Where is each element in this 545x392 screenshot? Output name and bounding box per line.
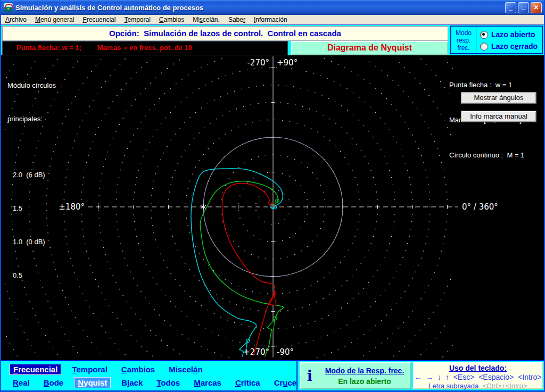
- label-bottom-right: -90°: [277, 347, 294, 357]
- resp-mode-status: En lazo abierto: [319, 377, 410, 386]
- resp-mode-link[interactable]: Modo de la Resp. frec.: [319, 366, 410, 375]
- menu-archivo[interactable]: Archivo: [1, 15, 31, 24]
- diagram-title: Diagrama de Nyquist: [291, 41, 448, 55]
- tab-nyquist[interactable]: Nyquist: [74, 377, 111, 388]
- label-top-right: +90°: [277, 58, 298, 68]
- tab-frecuencial[interactable]: Frecuencial: [10, 364, 61, 375]
- menu-menu-general[interactable]: Menú general: [31, 15, 78, 24]
- tab-todos[interactable]: Todos: [153, 378, 183, 388]
- mode-panel-label: Modo resp. frec.: [451, 27, 476, 53]
- legend-bar: Punta flecha: w = 1;Marcas ∘ en frecs. p…: [2, 41, 288, 55]
- resp-mode-panel: i Modo de la Resp. frec. En lazo abierto: [300, 362, 411, 389]
- arrow-legend: Punta flecha: w = 1;: [16, 44, 81, 52]
- nyquist-plot-area: Módulo círculos principales: 2.0 (6 dB) …: [1, 55, 544, 360]
- minimize-button[interactable]: _: [505, 2, 516, 13]
- radio-lazo-abierto[interactable]: Lazo abierto: [480, 29, 542, 40]
- header: Opción: Simulación de lazos de control. …: [1, 25, 544, 55]
- tab-cruce[interactable]: Cruce: [271, 378, 300, 388]
- keyboard-help-panel: Uso del teclado: ← → ↓ ↑ <Esc> <Espacio>…: [413, 362, 543, 389]
- menu-cambios[interactable]: Cambios: [155, 15, 188, 24]
- title-bar: Simulación y análisis de Control automát…: [1, 0, 544, 15]
- maximize-button[interactable]: □: [518, 2, 529, 13]
- keyboard-sub: Letra subrayada <Ctrl>+<Intro>: [414, 382, 542, 390]
- menu-temporal[interactable]: Temporal: [120, 15, 154, 24]
- label-top-left: -270°: [247, 58, 269, 68]
- bottom-bar: Frecuencial Temporal Cambios Miscelán Re…: [1, 360, 544, 390]
- menu-informacion[interactable]: Información: [250, 15, 292, 24]
- label-right: 0° / 360°: [462, 202, 498, 212]
- label-left: ±180°: [59, 202, 85, 212]
- mode-resp-frec-panel: Modo resp. frec. Lazo abierto Lazo cerra…: [450, 26, 543, 54]
- arrow-w1-green: [267, 319, 278, 331]
- app-window: Simulación y análisis de Control automát…: [0, 0, 545, 392]
- tab-strip: Frecuencial Temporal Cambios Miscelán Re…: [1, 361, 295, 390]
- radio-icon[interactable]: [480, 31, 488, 39]
- tab-marcas[interactable]: Marcas: [191, 378, 225, 388]
- tab-real[interactable]: Real: [10, 378, 33, 388]
- radio-lazo-cerrado[interactable]: Lazo cerrado: [480, 40, 542, 52]
- menu-saber[interactable]: Saber: [224, 15, 250, 24]
- close-button[interactable]: ✕: [531, 2, 542, 13]
- tab-temporal[interactable]: Temporal: [69, 364, 110, 374]
- tab-black[interactable]: Black: [118, 378, 146, 388]
- menu-bar: Archivo Menú general Frecuencial Tempora…: [1, 15, 544, 25]
- tab-cambios[interactable]: Cambios: [118, 364, 158, 374]
- keyboard-keys: ← → ↓ ↑ <Esc> <Espacio> <Intro>: [414, 373, 542, 381]
- app-icon: [4, 3, 13, 12]
- marks-legend: Marcas ∘ en frecs. pot. de 10: [97, 44, 192, 52]
- option-title: Opción: Simulación de lazos de control. …: [2, 26, 448, 41]
- radio-icon[interactable]: [480, 43, 488, 51]
- tab-critica[interactable]: Crítica: [232, 378, 263, 388]
- tab-bode[interactable]: Bode: [40, 378, 67, 388]
- tab-miscelan[interactable]: Miscelán: [166, 364, 205, 374]
- menu-miscelan[interactable]: Miscelán.: [188, 15, 224, 24]
- menu-frecuencial[interactable]: Frecuencial: [78, 15, 120, 24]
- nyquist-curve-red: [222, 184, 275, 356]
- window-title: Simulación y análisis de Control automát…: [15, 4, 505, 12]
- info-icon[interactable]: i: [301, 369, 319, 383]
- nyquist-canvas: -270°+90°+270°-90°±180°0° / 360°: [1, 55, 544, 360]
- keyboard-help-title: Uso del teclado:: [414, 364, 542, 372]
- divider: [296, 361, 298, 390]
